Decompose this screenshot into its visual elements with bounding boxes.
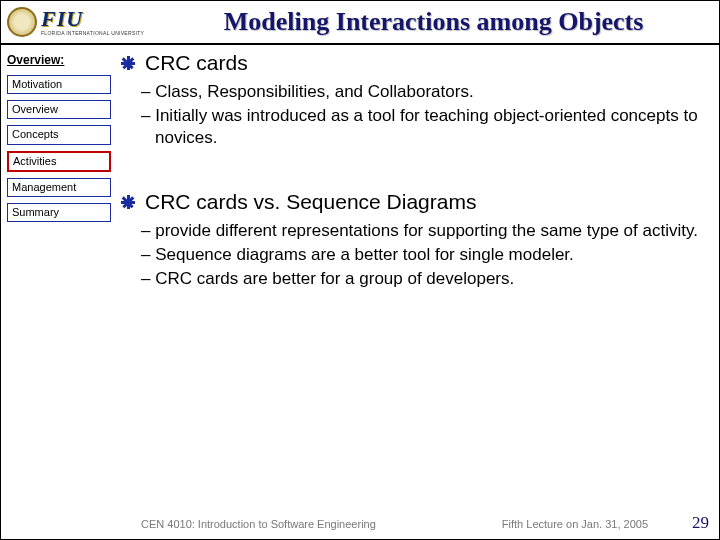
footer: CEN 4010: Introduction to Software Engin…	[1, 513, 719, 533]
sidebar-item-motivation[interactable]: Motivation	[7, 75, 111, 94]
sub-bullet: Initially was introduced as a tool for t…	[121, 105, 703, 149]
bullet-1: CRC cards Class, Responsibilities, and C…	[121, 51, 703, 148]
page-title: Modeling Interactions among Objects	[154, 7, 713, 37]
asterisk-icon	[121, 56, 135, 70]
sub-bullet: Class, Responsibilities, and Collaborato…	[121, 81, 703, 103]
bullet-1-head: CRC cards	[121, 51, 703, 75]
bullet-1-text: CRC cards	[145, 51, 248, 75]
sidebar-item-management[interactable]: Management	[7, 178, 111, 197]
bullet-2-text: CRC cards vs. Sequence Diagrams	[145, 190, 476, 214]
sub-bullet: Sequence diagrams are a better tool for …	[121, 244, 703, 266]
sidebar-item-summary[interactable]: Summary	[7, 203, 111, 222]
sidebar-item-activities[interactable]: Activities	[7, 151, 111, 172]
bullet-2-head: CRC cards vs. Sequence Diagrams	[121, 190, 703, 214]
footer-page: 29	[692, 513, 709, 533]
content: CRC cards Class, Responsibilities, and C…	[117, 45, 719, 539]
sidebar-item-label: Motivation	[12, 78, 62, 90]
slide: FIU Florida International University Mod…	[0, 0, 720, 540]
footer-course: CEN 4010: Introduction to Software Engin…	[141, 518, 376, 530]
sub-bullet: CRC cards are better for a group of deve…	[121, 268, 703, 290]
header: FIU Florida International University Mod…	[1, 1, 719, 45]
body: Overview: Motivation Overview Concepts A…	[1, 45, 719, 539]
asterisk-icon	[121, 195, 135, 209]
sidebar-item-label: Summary	[12, 206, 59, 218]
sidebar-item-label: Management	[12, 181, 76, 193]
sidebar-item-label: Activities	[13, 155, 56, 167]
sidebar: Overview: Motivation Overview Concepts A…	[1, 45, 117, 539]
logo-subtext: Florida International University	[41, 30, 144, 36]
university-seal-icon	[7, 7, 37, 37]
logo-text: FIU	[41, 8, 144, 30]
sub-bullet: provide different representations for su…	[121, 220, 703, 242]
footer-lecture: Fifth Lecture on Jan. 31, 2005	[502, 518, 648, 530]
sidebar-item-label: Concepts	[12, 128, 58, 140]
bullet-2: CRC cards vs. Sequence Diagrams provide …	[121, 190, 703, 289]
sidebar-item-concepts[interactable]: Concepts	[7, 125, 111, 144]
sidebar-heading: Overview:	[7, 53, 111, 67]
sidebar-item-overview[interactable]: Overview	[7, 100, 111, 119]
university-logo: FIU Florida International University	[41, 8, 144, 36]
sidebar-item-label: Overview	[12, 103, 58, 115]
spacer	[121, 162, 703, 190]
